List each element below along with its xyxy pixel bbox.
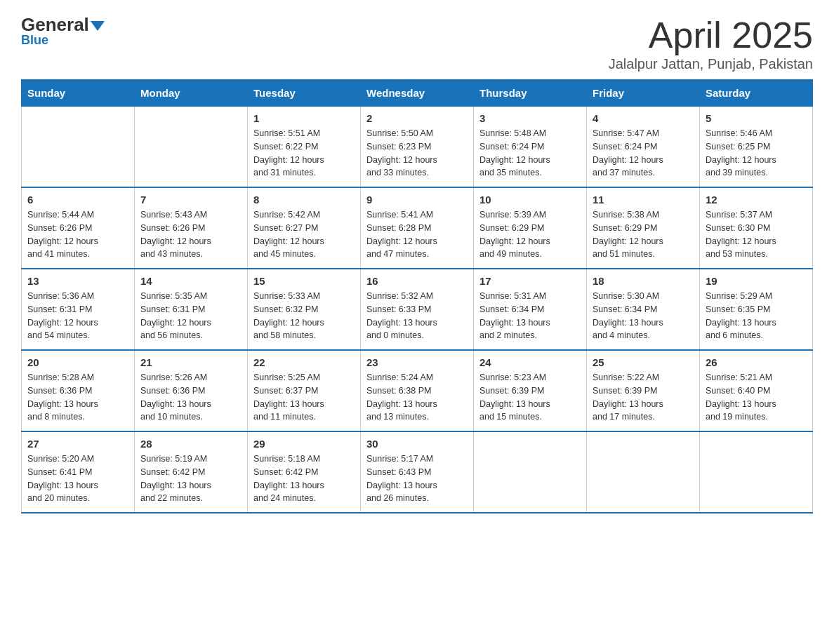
table-row: 5Sunrise: 5:46 AMSunset: 6:25 PMDaylight… xyxy=(700,107,813,188)
day-info: Sunrise: 5:22 AMSunset: 6:39 PMDaylight:… xyxy=(593,371,694,424)
calendar-header-row: Sunday Monday Tuesday Wednesday Thursday… xyxy=(22,80,813,107)
day-info: Sunrise: 5:25 AMSunset: 6:37 PMDaylight:… xyxy=(253,371,355,424)
day-info: Sunrise: 5:37 AMSunset: 6:30 PMDaylight:… xyxy=(706,208,807,261)
day-info: Sunrise: 5:51 AMSunset: 6:22 PMDaylight:… xyxy=(253,127,355,180)
col-wednesday: Wednesday xyxy=(361,80,474,107)
day-info: Sunrise: 5:38 AMSunset: 6:29 PMDaylight:… xyxy=(593,208,694,261)
table-row: 17Sunrise: 5:31 AMSunset: 6:34 PMDayligh… xyxy=(474,269,587,350)
table-row: 25Sunrise: 5:22 AMSunset: 6:39 PMDayligh… xyxy=(587,350,700,431)
day-number: 6 xyxy=(27,194,128,206)
day-info: Sunrise: 5:43 AMSunset: 6:26 PMDaylight:… xyxy=(140,208,241,261)
table-row: 2Sunrise: 5:50 AMSunset: 6:23 PMDaylight… xyxy=(361,107,474,188)
table-row xyxy=(700,431,813,513)
table-row: 14Sunrise: 5:35 AMSunset: 6:31 PMDayligh… xyxy=(135,269,248,350)
day-info: Sunrise: 5:28 AMSunset: 6:36 PMDaylight:… xyxy=(27,371,128,424)
table-row: 21Sunrise: 5:26 AMSunset: 6:36 PMDayligh… xyxy=(135,350,248,431)
table-row: 22Sunrise: 5:25 AMSunset: 6:37 PMDayligh… xyxy=(248,350,361,431)
day-number: 5 xyxy=(706,112,807,124)
page-header: General Blue April 2025 Jalalpur Jattan,… xyxy=(21,14,813,72)
location-subtitle: Jalalpur Jattan, Punjab, Pakistan xyxy=(609,56,813,72)
day-number: 15 xyxy=(253,275,355,287)
col-friday: Friday xyxy=(587,80,700,107)
day-info: Sunrise: 5:29 AMSunset: 6:35 PMDaylight:… xyxy=(706,290,807,342)
logo-triangle-icon xyxy=(91,21,105,31)
month-title: April 2025 xyxy=(609,14,813,56)
table-row: 28Sunrise: 5:19 AMSunset: 6:42 PMDayligh… xyxy=(135,431,248,513)
calendar-week-row: 27Sunrise: 5:20 AMSunset: 6:41 PMDayligh… xyxy=(22,431,813,513)
day-number: 1 xyxy=(253,112,355,124)
day-number: 4 xyxy=(593,112,694,124)
day-number: 14 xyxy=(140,275,241,287)
day-info: Sunrise: 5:23 AMSunset: 6:39 PMDaylight:… xyxy=(479,371,581,424)
day-number: 23 xyxy=(366,356,468,368)
table-row: 18Sunrise: 5:30 AMSunset: 6:34 PMDayligh… xyxy=(587,269,700,350)
table-row: 8Sunrise: 5:42 AMSunset: 6:27 PMDaylight… xyxy=(248,187,361,269)
day-info: Sunrise: 5:17 AMSunset: 6:43 PMDaylight:… xyxy=(366,452,468,505)
day-info: Sunrise: 5:35 AMSunset: 6:31 PMDaylight:… xyxy=(140,290,241,342)
day-number: 10 xyxy=(479,194,581,206)
day-number: 12 xyxy=(706,194,807,206)
day-info: Sunrise: 5:26 AMSunset: 6:36 PMDaylight:… xyxy=(140,371,241,424)
logo: General Blue xyxy=(21,14,105,48)
table-row: 1Sunrise: 5:51 AMSunset: 6:22 PMDaylight… xyxy=(248,107,361,188)
col-sunday: Sunday xyxy=(22,80,135,107)
table-row: 16Sunrise: 5:32 AMSunset: 6:33 PMDayligh… xyxy=(361,269,474,350)
day-number: 8 xyxy=(253,194,355,206)
day-number: 11 xyxy=(593,194,694,206)
calendar-week-row: 6Sunrise: 5:44 AMSunset: 6:26 PMDaylight… xyxy=(22,187,813,269)
day-info: Sunrise: 5:48 AMSunset: 6:24 PMDaylight:… xyxy=(479,127,581,180)
day-info: Sunrise: 5:50 AMSunset: 6:23 PMDaylight:… xyxy=(366,127,468,180)
day-info: Sunrise: 5:20 AMSunset: 6:41 PMDaylight:… xyxy=(27,452,128,505)
day-info: Sunrise: 5:41 AMSunset: 6:28 PMDaylight:… xyxy=(366,208,468,261)
logo-blue: Blue xyxy=(21,33,48,48)
col-monday: Monday xyxy=(135,80,248,107)
day-number: 17 xyxy=(479,275,581,287)
table-row: 30Sunrise: 5:17 AMSunset: 6:43 PMDayligh… xyxy=(361,431,474,513)
table-row: 12Sunrise: 5:37 AMSunset: 6:30 PMDayligh… xyxy=(700,187,813,269)
day-info: Sunrise: 5:19 AMSunset: 6:42 PMDaylight:… xyxy=(140,452,241,505)
table-row: 24Sunrise: 5:23 AMSunset: 6:39 PMDayligh… xyxy=(474,350,587,431)
col-thursday: Thursday xyxy=(474,80,587,107)
table-row: 19Sunrise: 5:29 AMSunset: 6:35 PMDayligh… xyxy=(700,269,813,350)
day-info: Sunrise: 5:33 AMSunset: 6:32 PMDaylight:… xyxy=(253,290,355,342)
table-row: 7Sunrise: 5:43 AMSunset: 6:26 PMDaylight… xyxy=(135,187,248,269)
title-block: April 2025 Jalalpur Jattan, Punjab, Paki… xyxy=(609,14,813,72)
col-tuesday: Tuesday xyxy=(248,80,361,107)
table-row xyxy=(135,107,248,188)
day-number: 28 xyxy=(140,438,241,450)
day-number: 18 xyxy=(593,275,694,287)
table-row xyxy=(474,431,587,513)
table-row xyxy=(587,431,700,513)
table-row: 15Sunrise: 5:33 AMSunset: 6:32 PMDayligh… xyxy=(248,269,361,350)
day-info: Sunrise: 5:18 AMSunset: 6:42 PMDaylight:… xyxy=(253,452,355,505)
day-info: Sunrise: 5:32 AMSunset: 6:33 PMDaylight:… xyxy=(366,290,468,342)
day-number: 9 xyxy=(366,194,468,206)
calendar-week-row: 20Sunrise: 5:28 AMSunset: 6:36 PMDayligh… xyxy=(22,350,813,431)
table-row: 4Sunrise: 5:47 AMSunset: 6:24 PMDaylight… xyxy=(587,107,700,188)
day-number: 30 xyxy=(366,438,468,450)
table-row: 3Sunrise: 5:48 AMSunset: 6:24 PMDaylight… xyxy=(474,107,587,188)
calendar-table: Sunday Monday Tuesday Wednesday Thursday… xyxy=(21,79,813,514)
table-row: 29Sunrise: 5:18 AMSunset: 6:42 PMDayligh… xyxy=(248,431,361,513)
table-row: 26Sunrise: 5:21 AMSunset: 6:40 PMDayligh… xyxy=(700,350,813,431)
day-info: Sunrise: 5:31 AMSunset: 6:34 PMDaylight:… xyxy=(479,290,581,342)
table-row: 13Sunrise: 5:36 AMSunset: 6:31 PMDayligh… xyxy=(22,269,135,350)
day-number: 16 xyxy=(366,275,468,287)
day-info: Sunrise: 5:24 AMSunset: 6:38 PMDaylight:… xyxy=(366,371,468,424)
table-row: 9Sunrise: 5:41 AMSunset: 6:28 PMDaylight… xyxy=(361,187,474,269)
table-row: 27Sunrise: 5:20 AMSunset: 6:41 PMDayligh… xyxy=(22,431,135,513)
day-number: 24 xyxy=(479,356,581,368)
day-number: 26 xyxy=(706,356,807,368)
day-info: Sunrise: 5:36 AMSunset: 6:31 PMDaylight:… xyxy=(27,290,128,342)
day-info: Sunrise: 5:30 AMSunset: 6:34 PMDaylight:… xyxy=(593,290,694,342)
calendar-week-row: 1Sunrise: 5:51 AMSunset: 6:22 PMDaylight… xyxy=(22,107,813,188)
day-number: 25 xyxy=(593,356,694,368)
calendar-week-row: 13Sunrise: 5:36 AMSunset: 6:31 PMDayligh… xyxy=(22,269,813,350)
day-number: 13 xyxy=(27,275,128,287)
day-number: 2 xyxy=(366,112,468,124)
table-row: 20Sunrise: 5:28 AMSunset: 6:36 PMDayligh… xyxy=(22,350,135,431)
day-info: Sunrise: 5:44 AMSunset: 6:26 PMDaylight:… xyxy=(27,208,128,261)
col-saturday: Saturday xyxy=(700,80,813,107)
table-row xyxy=(22,107,135,188)
day-number: 19 xyxy=(706,275,807,287)
